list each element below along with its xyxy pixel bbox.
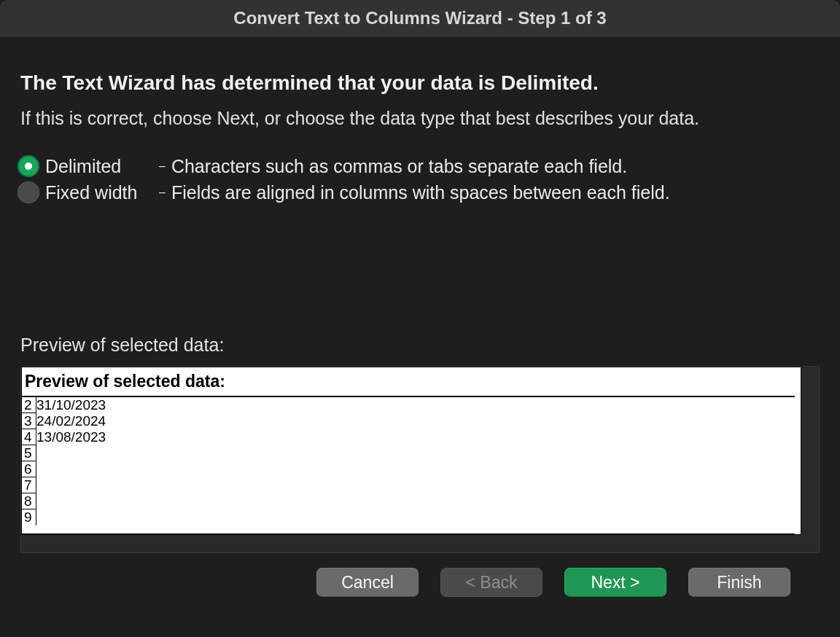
option-fixed-desc: Fields are aligned in columns with space… — [171, 182, 670, 203]
preview-row-number: 6 — [22, 461, 36, 477]
preview-row: 4 13/08/2023 — [22, 429, 795, 445]
dash: – — [159, 160, 166, 173]
preview-row-number: 9 — [22, 509, 36, 525]
preview-row: 9 — [22, 509, 795, 525]
option-delimited-label: Delimited — [45, 156, 159, 177]
original-data-type-group: Delimited – Characters such as commas or… — [18, 155, 820, 203]
wizard-subheadline: If this is correct, choose Next, or choo… — [20, 108, 820, 129]
radio-fixed-width[interactable] — [18, 181, 39, 203]
button-bar: Cancel < Back Next > Finish — [20, 568, 820, 597]
option-fixed-label: Fixed width — [45, 182, 159, 203]
preview-row-number: 2 — [22, 397, 36, 413]
preview-cell: 13/08/2023 — [36, 429, 106, 445]
back-button: < Back — [440, 568, 542, 597]
preview-box-header: Preview of selected data: — [22, 367, 795, 397]
preview-row-number: 8 — [22, 493, 36, 509]
preview-row: 5 — [22, 445, 795, 461]
window-title: Convert Text to Columns Wizard - Step 1 … — [233, 8, 606, 28]
preview-row: 2 31/10/2023 — [22, 397, 795, 413]
cancel-button[interactable]: Cancel — [316, 568, 419, 597]
wizard-content: The Text Wizard has determined that your… — [0, 36, 840, 597]
preview-row: 8 — [22, 493, 795, 509]
preview-box: Preview of selected data: 2 31/10/2023 3… — [21, 367, 801, 535]
titlebar: Convert Text to Columns Wizard - Step 1 … — [0, 0, 840, 36]
finish-button[interactable]: Finish — [688, 568, 790, 597]
option-delimited-row[interactable]: Delimited – Characters such as commas or… — [18, 155, 820, 177]
radio-delimited[interactable] — [18, 155, 39, 177]
preview-row: 6 — [22, 461, 795, 477]
preview-cell: 31/10/2023 — [36, 397, 106, 413]
option-fixed-row[interactable]: Fixed width – Fields are aligned in colu… — [18, 181, 820, 203]
preview-row-number: 4 — [22, 429, 36, 445]
option-delimited-desc: Characters such as commas or tabs separa… — [171, 156, 627, 177]
preview-row: 7 — [22, 477, 795, 493]
preview-row: 3 24/02/2024 — [22, 413, 795, 429]
preview-rows: 2 31/10/2023 3 24/02/2024 4 13/08/2023 5… — [22, 397, 795, 534]
wizard-headline: The Text Wizard has determined that your… — [20, 71, 820, 95]
preview-row-number: 3 — [22, 413, 36, 429]
dash: – — [159, 186, 166, 199]
preview-cell: 24/02/2024 — [36, 413, 106, 429]
preview-row-number: 5 — [22, 445, 36, 461]
preview-wrapper: Preview of selected data: 2 31/10/2023 3… — [20, 366, 820, 553]
next-button[interactable]: Next > — [564, 568, 666, 597]
preview-row-number: 7 — [22, 477, 36, 493]
preview-section-label: Preview of selected data: — [20, 335, 820, 356]
